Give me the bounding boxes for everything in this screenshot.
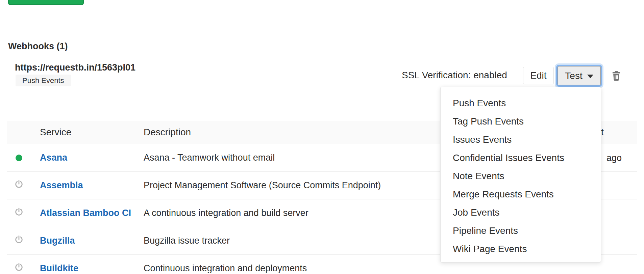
test-dropdown-item[interactable]: Confidential Issues Events — [441, 149, 601, 167]
service-cell: Atlassian Bamboo CI — [31, 208, 144, 218]
service-cell: Buildkite — [31, 263, 144, 274]
test-webhook-dropdown-button[interactable]: Test — [558, 66, 601, 85]
test-dropdown-item[interactable]: Merge Requests Events — [441, 185, 601, 203]
service-cell: Assembla — [31, 180, 144, 191]
test-button-label: Test — [565, 71, 582, 81]
power-icon — [15, 207, 23, 219]
delete-webhook-button[interactable] — [610, 70, 622, 82]
test-dropdown-item[interactable]: Note Events — [441, 167, 601, 185]
test-dropdown-item[interactable]: Issues Events — [441, 131, 601, 149]
test-dropdown-item[interactable]: Job Events — [441, 203, 601, 222]
service-status-cell — [7, 180, 31, 191]
ssl-verification-status: SSL Verification: enabled — [402, 70, 507, 81]
service-status-cell — [7, 155, 31, 161]
last-edit-cell-fragment: ago — [606, 153, 622, 163]
service-link[interactable]: Atlassian Bamboo CI — [40, 208, 131, 218]
test-dropdown-item[interactable]: Wiki Page Events — [441, 240, 601, 258]
test-dropdown-menu: Push EventsTag Push EventsIssues EventsC… — [440, 87, 601, 263]
active-status-icon — [16, 155, 22, 161]
service-cell: Asana — [31, 153, 144, 163]
service-cell: Bugzilla — [31, 236, 144, 246]
power-icon — [15, 235, 23, 247]
service-link[interactable]: Bugzilla — [40, 236, 75, 246]
webhook-trigger-badge: Push Events — [16, 75, 71, 86]
add-webhook-button[interactable] — [8, 0, 84, 5]
power-icon — [15, 263, 23, 274]
service-link[interactable]: Asana — [40, 153, 67, 163]
service-description: Continuous integration and deployments — [144, 263, 637, 274]
edit-button-label: Edit — [530, 70, 546, 81]
test-dropdown-item[interactable]: Push Events — [441, 94, 601, 112]
test-dropdown-item[interactable]: Pipeline Events — [441, 222, 601, 240]
service-link[interactable]: Assembla — [40, 180, 83, 190]
chevron-down-icon — [587, 75, 593, 78]
last-edit-header-fragment: t — [601, 127, 604, 138]
edit-webhook-button[interactable]: Edit — [523, 67, 554, 84]
service-status-cell — [7, 263, 31, 274]
test-dropdown-item[interactable]: Tag Push Events — [441, 112, 601, 131]
section-divider — [8, 21, 637, 21]
power-icon — [15, 180, 23, 191]
webhooks-settings-page: Webhooks (1) https://requestb.in/1563pl0… — [0, 0, 644, 274]
webhooks-heading: Webhooks (1) — [8, 41, 68, 52]
webhook-url: https://requestb.in/1563pl01 — [15, 62, 135, 73]
service-status-cell — [7, 235, 31, 247]
service-link[interactable]: Buildkite — [40, 263, 78, 273]
trash-icon — [611, 71, 621, 82]
service-status-cell — [7, 207, 31, 219]
service-column-header: Service — [31, 127, 144, 138]
